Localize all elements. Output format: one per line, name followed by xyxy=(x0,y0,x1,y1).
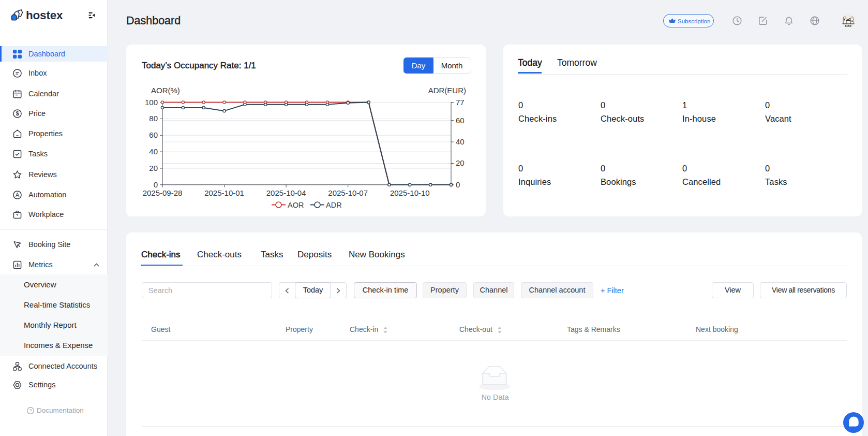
svg-text:A: A xyxy=(16,192,19,198)
svg-text:2025-09-28: 2025-09-28 xyxy=(143,188,183,197)
svg-text:UBZ: UBZ xyxy=(845,24,851,27)
svg-text:100: 100 xyxy=(145,98,158,107)
svg-text:40: 40 xyxy=(149,147,158,156)
svg-text:60: 60 xyxy=(149,130,158,139)
svg-text:ADR: ADR xyxy=(326,201,342,209)
svg-text:80: 80 xyxy=(149,114,158,123)
svg-text:2025-10-01: 2025-10-01 xyxy=(204,188,244,197)
svg-text:0: 0 xyxy=(456,180,460,189)
svg-text:20: 20 xyxy=(149,164,158,172)
svg-text:ADR(EUR): ADR(EUR) xyxy=(428,86,466,95)
svg-text:2025-10-10: 2025-10-10 xyxy=(390,188,430,197)
svg-text:20: 20 xyxy=(456,158,465,167)
svg-text:77: 77 xyxy=(456,98,465,107)
svg-text:60: 60 xyxy=(456,116,465,125)
svg-text:AOR(%): AOR(%) xyxy=(151,86,180,95)
svg-text:?: ? xyxy=(29,408,32,413)
svg-text:AOR: AOR xyxy=(288,201,304,209)
svg-text:2025-10-07: 2025-10-07 xyxy=(328,188,368,197)
svg-text:2025-10-04: 2025-10-04 xyxy=(266,188,306,197)
svg-text:$: $ xyxy=(16,110,19,117)
svg-text:40: 40 xyxy=(456,137,465,146)
svg-text:0: 0 xyxy=(154,180,158,189)
